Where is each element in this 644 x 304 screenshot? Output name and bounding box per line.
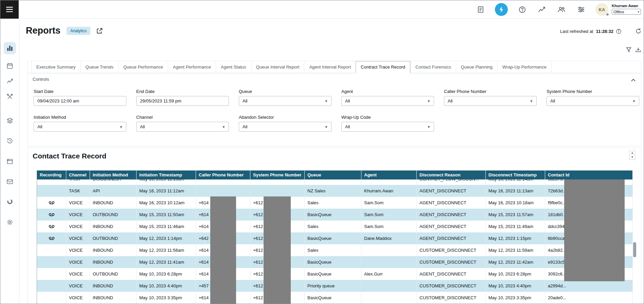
spinner-down-icon[interactable]: ▼: [629, 155, 635, 159]
filter-queue: QueueAll▼: [239, 89, 332, 106]
select-queue[interactable]: All▼: [239, 96, 332, 106]
cell-initiation-method: INBOUND: [90, 244, 137, 256]
status-dropdown[interactable]: Offline ▾: [612, 9, 641, 15]
sidebar-item-history[interactable]: [4, 135, 16, 147]
recording-icon[interactable]: [49, 225, 55, 229]
external-link-icon[interactable]: [96, 28, 103, 34]
cell-contact-id: a2994d...: [545, 280, 633, 292]
sidebar-item-mail[interactable]: [4, 175, 16, 188]
user-name: Khurram Awan: [612, 4, 641, 8]
cell-disconnect-timestamp: May 15, 2023 11:49am: [486, 221, 545, 232]
tab-queue-trends[interactable]: Queue Trends: [80, 61, 118, 73]
col-header-disconnect-reason[interactable]: Disconnect Reason: [417, 171, 486, 179]
sidebar-item-window[interactable]: [4, 155, 16, 168]
select-abandon-selector[interactable]: All▼: [239, 122, 332, 132]
col-header-disconnect-timestamp[interactable]: Disconnect Timestamp: [486, 171, 545, 179]
table-row[interactable]: VOICEINBOUNDMay 16, 2023 10:12am+614+612…: [37, 197, 633, 209]
recording-icon[interactable]: [49, 213, 55, 217]
tab-queue-planning[interactable]: Queue Planning: [456, 61, 497, 73]
flash-icon[interactable]: [495, 3, 508, 16]
col-header-recording[interactable]: Recording: [37, 171, 66, 179]
collapse-chevron-icon[interactable]: [631, 77, 636, 83]
preferences-icon[interactable]: [576, 4, 587, 15]
cell-disconnect-reason: AGENT_DISCONNECT: [417, 268, 486, 280]
info-icon[interactable]: [616, 29, 621, 34]
analytics-badge[interactable]: Analytics: [67, 27, 90, 35]
table-row[interactable]: VOICEINBOUNDMay 15, 2023 11:46am+614+612…: [37, 221, 633, 232]
tab-executive-summary[interactable]: Executive Summary: [31, 61, 80, 73]
notes-icon[interactable]: [475, 4, 486, 15]
sidebar-item-analytics[interactable]: [4, 42, 16, 54]
table-row[interactable]: VOICEOUTBOUNDMay 15, 2023 11:50am+614+61…: [37, 209, 633, 221]
cell-channel: VOICE: [66, 197, 90, 209]
sidebar-item-doughnut[interactable]: [4, 195, 16, 208]
cell-recording: [37, 221, 66, 232]
col-header-system-phone-number[interactable]: System Phone Number: [250, 171, 305, 179]
table-row[interactable]: VOICEINBOUNDMay 12, 2023 11:56am+614+612…: [37, 244, 633, 256]
tab-contract-trace-record[interactable]: Contract Trace Record: [356, 61, 410, 73]
cell-agent: Alex.Gurr: [361, 268, 417, 280]
filter-value: All: [550, 98, 555, 103]
sidebar-item-calendar[interactable]: [4, 60, 16, 72]
metrics-icon[interactable]: [536, 4, 547, 15]
cell-queue: Sales: [305, 244, 361, 256]
download-icon[interactable]: [636, 47, 641, 53]
tab-agent-performance[interactable]: Agent Performance: [168, 61, 216, 73]
sidebar-item-trends[interactable]: [4, 75, 16, 87]
table-row[interactable]: VOICEINBOUNDMay 10, 2023 3:35pm+614+612B…: [37, 292, 633, 304]
table-row[interactable]: TASKDISCONNECTMay 16, 2023 11:13amCONTAC…: [37, 179, 633, 185]
sidebar-item-settings[interactable]: [4, 216, 16, 228]
cell-initiation-method: INBOUND: [90, 197, 137, 209]
sidebar-item-layers[interactable]: [4, 115, 16, 127]
cell-disconnect-timestamp: May 15, 2023 11:57am: [486, 209, 545, 221]
spinner-up-icon[interactable]: ▲: [629, 151, 635, 155]
help-icon[interactable]: [517, 4, 527, 15]
col-header-queue[interactable]: Queue: [305, 171, 361, 179]
cell-initiation-method: API: [90, 185, 137, 197]
table-row[interactable]: VOICEINBOUNDMay 12, 2023 11:41am+614+612…: [37, 256, 633, 268]
col-header-agent[interactable]: Agent: [361, 171, 417, 179]
sidebar-item-tools[interactable]: [4, 91, 16, 103]
input-end-date[interactable]: 29/05/2023 11:59 pm: [136, 96, 229, 106]
cell-agent: Sam.Som: [361, 197, 417, 209]
refresh-icon[interactable]: [636, 28, 641, 34]
table-row[interactable]: TASKAPIMay 16, 2023 11:12amNZ SalesKhurr…: [37, 185, 633, 197]
avatar[interactable]: KA: [595, 3, 608, 16]
col-header-contact-id[interactable]: Contact Id: [545, 171, 633, 179]
tab-agent-interval-report[interactable]: Agent Interval Report: [304, 61, 356, 73]
cell-channel: VOICE: [66, 209, 90, 221]
recording-icon[interactable]: [49, 236, 55, 241]
select-initiation-method[interactable]: All▼: [34, 122, 126, 132]
tab-contact-forensics[interactable]: Contact Forensics: [410, 61, 456, 73]
tab-queue-performance[interactable]: Queue Performance: [118, 61, 168, 73]
filter-funnel-icon[interactable]: [626, 47, 631, 52]
cell-channel: VOICE: [66, 280, 90, 292]
table-row[interactable]: VOICEOUTBOUNDMay 10, 2023 6:28pm+614+612…: [37, 268, 633, 280]
recording-icon[interactable]: [49, 201, 55, 205]
select-caller-phone-number[interactable]: All▼: [444, 96, 537, 106]
tab-agent-status[interactable]: Agent Status: [216, 61, 251, 73]
select-channel[interactable]: All▼: [136, 122, 229, 132]
filter-value: All: [243, 124, 247, 129]
menu-button[interactable]: [0, 0, 19, 19]
chevron-down-icon: ▼: [530, 99, 533, 103]
col-header-initiation-timestamp[interactable]: Initiation Timestamp: [137, 171, 196, 179]
cell-channel: VOICE: [66, 268, 90, 280]
top-bar: KA Khurram Awan Offline ▾: [0, 0, 644, 19]
tab-wrap-up-performance[interactable]: Wrap-Up Performance: [497, 61, 552, 73]
tab-queue-interval-report[interactable]: Queue Interval Report: [251, 61, 304, 73]
select-system-phone-number[interactable]: All▼: [547, 96, 639, 106]
col-header-initiation-method[interactable]: Initiation Method: [90, 171, 137, 179]
col-header-caller-phone-number[interactable]: Caller Phone Number: [196, 171, 250, 179]
table-row[interactable]: VOICEINBOUNDMay 10, 2023 4:40pm+457+612P…: [37, 280, 633, 292]
input-start-date[interactable]: 09/04/2023 12:00 am: [34, 96, 126, 106]
chevron-down-icon: ▼: [632, 99, 636, 103]
table-scrollbar-thumb[interactable]: [633, 242, 636, 257]
select-agent[interactable]: All▼: [341, 96, 434, 106]
users-icon[interactable]: [556, 4, 567, 15]
filter-wrap-up-code: Wrap-Up CodeAll▼: [341, 115, 434, 132]
table-row[interactable]: VOICEOUTBOUNDMay 12, 2023 1:14pm+642+612…: [37, 232, 633, 244]
cell-agent: [361, 244, 417, 256]
select-wrap-up-code[interactable]: All▼: [341, 122, 434, 132]
col-header-channel[interactable]: Channel: [66, 171, 90, 179]
